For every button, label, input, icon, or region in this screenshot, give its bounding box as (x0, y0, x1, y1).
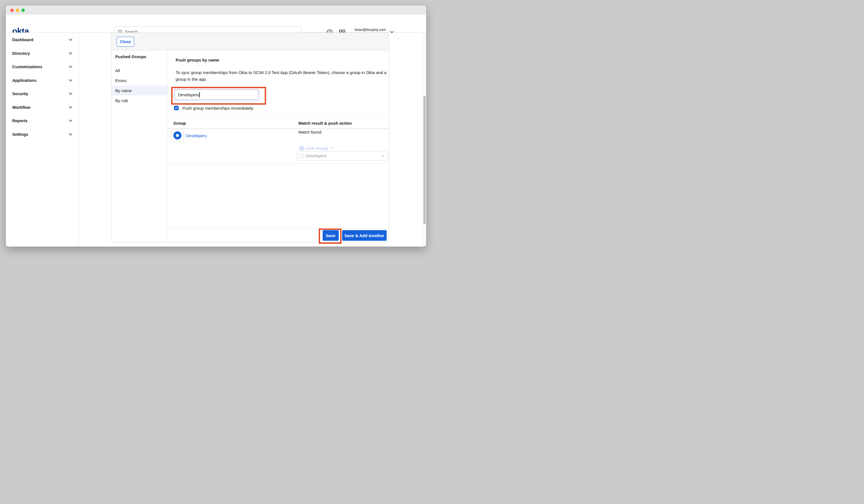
scrollbar-track[interactable] (422, 33, 426, 247)
push-immediately-label: Push group memberships immediately (182, 106, 253, 110)
subnav-item-by-rule[interactable]: By rule (111, 95, 168, 106)
save-and-add-another-button[interactable]: Save & Add Another (342, 230, 387, 241)
account-email: kiran@boxyhq.com (355, 27, 386, 32)
chevron-down-icon (69, 65, 72, 68)
subnav-item-all[interactable]: All (111, 65, 168, 75)
column-header-match-result: Match result & push action (298, 121, 352, 125)
page-title: Push groups by name (176, 58, 219, 62)
sidebar-item-customizations[interactable]: Customizations (6, 62, 79, 72)
subnav-title: Pushed Groups (115, 54, 146, 59)
chevron-down-icon (69, 119, 72, 122)
window-titlebar (6, 5, 426, 14)
scrollbar-thumb[interactable] (423, 96, 425, 224)
sidebar: Dashboard Directory Customizations Appli… (6, 33, 79, 247)
pushed-groups-panel: Close Pushed Groups All Errors By name B… (111, 33, 389, 242)
chevron-down-icon (69, 92, 72, 95)
sidebar-item-applications[interactable]: Applications (6, 75, 79, 85)
description-line-2: group in the app. (176, 76, 207, 83)
panel-header: Close (111, 33, 389, 50)
group-avatar-icon (171, 129, 184, 142)
sidebar-item-reports[interactable]: Reports (6, 116, 79, 125)
description-line-1: To sync group memberships from Okta to S… (176, 69, 386, 76)
sidebar-item-security[interactable]: Security (6, 89, 79, 98)
footer-divider (168, 228, 389, 229)
close-window-icon[interactable] (10, 9, 14, 12)
panel-body: Pushed Groups All Errors By name By rule… (111, 51, 389, 242)
subnav-item-by-name[interactable]: By name (111, 85, 168, 95)
sidebar-item-directory[interactable]: Directory (6, 48, 79, 58)
app-window: okta Search... ? kiran@boxyhq.com okta-d… (6, 5, 426, 247)
match-status: Match found (298, 130, 322, 134)
group-developers-link[interactable]: Developers (186, 133, 207, 138)
sidebar-item-workflow[interactable]: Workflow (6, 103, 79, 112)
table-row-divider (168, 163, 389, 164)
text-caret (199, 92, 200, 97)
sidebar-item-settings[interactable]: Settings (6, 129, 79, 139)
annotation-highlight-save (319, 228, 341, 244)
chevron-down-icon (69, 133, 72, 135)
link-icon (300, 146, 304, 151)
zoom-window-icon[interactable] (22, 9, 25, 12)
minimize-window-icon[interactable] (16, 9, 19, 12)
subnav-divider (168, 51, 168, 242)
group-name-input[interactable]: Developers (174, 89, 259, 100)
sidebar-item-dashboard[interactable]: Dashboard (6, 35, 79, 45)
chevron-down-icon (69, 106, 72, 109)
link-group-button[interactable]: Link Group ▼ (300, 146, 333, 151)
target-group-value: Developers (305, 153, 327, 158)
chevron-down-icon (69, 38, 72, 41)
link-group-label: Link Group (306, 146, 328, 151)
chevron-down-icon (69, 79, 72, 82)
triangle-down-icon: ▼ (382, 154, 384, 157)
push-immediately-checkbox[interactable] (174, 106, 179, 110)
subnav-item-errors[interactable]: Errors (111, 75, 168, 85)
annotation-highlight-input: Developers (171, 87, 266, 105)
app-header: okta Search... ? kiran@boxyhq.com okta-d… (6, 14, 426, 33)
triangle-down-icon: ▼ (330, 147, 333, 150)
checkbox-outline-icon (300, 154, 304, 158)
column-header-group: Group (173, 121, 186, 125)
table-header-divider (168, 129, 389, 129)
chevron-down-icon (390, 31, 394, 33)
group-name-value: Developers (178, 92, 199, 97)
close-button[interactable]: Close (117, 37, 134, 47)
chevron-down-icon (69, 52, 72, 55)
target-group-select[interactable]: Developers ▼ (297, 151, 388, 160)
table-top-divider (168, 117, 389, 117)
